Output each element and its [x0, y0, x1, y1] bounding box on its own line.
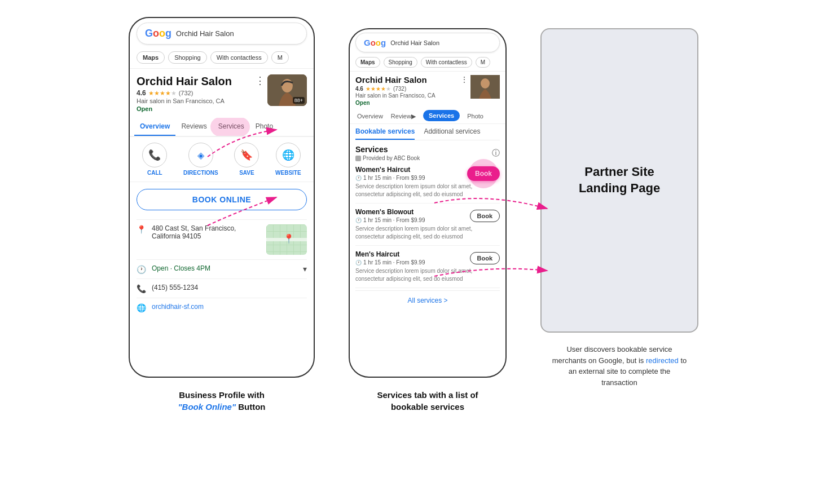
tab-services-1[interactable]: Services [213, 118, 250, 136]
redirected-text: redirected [646, 356, 679, 365]
website-row: 🌐 orchidhair-sf.com [137, 298, 307, 317]
business-photo-2 [470, 75, 500, 99]
book-button-womens-blowout[interactable]: Book [470, 210, 500, 222]
directions-icon: ◈ [188, 143, 213, 167]
nav-tabs-1: Overview Reviews Services Photo [130, 118, 314, 136]
map-pin: 📍 [283, 233, 294, 244]
tab-photo-2[interactable]: Photo [463, 109, 487, 123]
chip-maps-2[interactable]: Maps [355, 57, 380, 68]
review-count-2: (732) [393, 86, 406, 92]
chip-contactless-1[interactable]: With contactless [210, 51, 268, 64]
phone-icon: 📞 [137, 284, 146, 293]
caption-3-text: User discovers bookable service merchant… [552, 344, 687, 388]
website-label: WEBSITE [275, 170, 301, 176]
rating-2: 4.6 [355, 86, 363, 92]
partner-site-box: Partner SiteLanding Page [540, 28, 698, 333]
service-duration-1: 🕐 1 hr 15 min · From $9.99 [355, 175, 467, 181]
caption-1-highlight: "Book Online" [178, 402, 236, 412]
caption-1-main: Business Profile with "Book Online" Butt… [178, 389, 265, 413]
chip-shopping-1[interactable]: Shopping [168, 51, 207, 64]
business-name-1: Orchid Hair Salon [137, 74, 253, 88]
all-services-link[interactable]: All services > [355, 290, 500, 310]
service-desc-2: Service description lorem ipsum dolor si… [355, 225, 500, 241]
website-text: orchidhair-sf.com [152, 303, 307, 311]
services-title-row: Services Provided by ABC Book ⓘ [355, 145, 500, 161]
service-item-mens-haircut: Men's Haircut 🕐 1 hr 15 min · From $9.99… [355, 246, 500, 288]
caption-1: Business Profile with "Book Online" Butt… [178, 389, 265, 413]
save-button[interactable]: 🔖 SAVE [234, 143, 259, 176]
book-button-mens-haircut[interactable]: Book [470, 252, 500, 264]
search-text-1: Orchid Hair Salon [176, 29, 234, 38]
business-type-1: Hair salon in San Francisco, CA [137, 98, 253, 104]
search-bar-1[interactable]: Goog Orchid Hair Salon [137, 23, 307, 45]
address-row: 📍 480 Cast St, San Francisco, California… [137, 219, 307, 259]
service-duration-2: 🕐 1 hr 15 min · From $9.99 [355, 217, 470, 223]
phone-text: (415) 555-1234 [152, 284, 307, 291]
three-dots-2[interactable]: ⋮ [460, 75, 468, 84]
three-dots-1[interactable]: ⋮ [255, 74, 265, 87]
save-label: SAVE [239, 170, 254, 176]
stars-2: ★★★★★ [366, 86, 391, 92]
stars-1: ★★★★★ [148, 90, 177, 97]
info-circle-icon[interactable]: ⓘ [492, 148, 500, 158]
svg-point-3 [481, 78, 490, 89]
map-thumbnail: 📍 [266, 224, 307, 255]
chip-shopping-2[interactable]: Shopping [384, 57, 417, 68]
services-provider: Provided by ABC Book [355, 155, 420, 161]
website-icon: 🌐 [276, 143, 301, 167]
services-title: Services [355, 145, 420, 154]
tab-overview-2[interactable]: Overview [353, 109, 387, 123]
clock-icon: 🕐 [137, 265, 146, 274]
expand-hours-icon: ▾ [303, 264, 307, 273]
call-button[interactable]: 📞 CALL [142, 143, 167, 176]
business-card-2: Orchid Hair Salon 4.6 ★★★★★ (732) Hair s… [350, 71, 505, 109]
tab-photo-1[interactable]: Photo [250, 118, 279, 136]
call-icon: 📞 [142, 143, 167, 167]
info-section-1: 📍 480 Cast St, San Francisco, California… [130, 217, 314, 319]
bookable-services-tab[interactable]: Bookable services [355, 127, 415, 140]
phone-mockup-1: Goog Orchid Hair Salon Maps Shopping Wit… [129, 17, 315, 378]
provider-icon [355, 156, 361, 161]
business-photo-1: 88+ [267, 74, 307, 106]
book-online-button[interactable]: BOOK ONLINE [137, 189, 307, 210]
open-status-1: Open [137, 105, 253, 112]
review-count-1: (732) [179, 90, 193, 96]
business-type-2: Hair salon in San Francisco, CA [355, 92, 458, 99]
directions-button[interactable]: ◈ DIRECTIONS [183, 143, 218, 176]
caption-3: User discovers bookable service merchant… [552, 344, 687, 388]
chip-maps-1[interactable]: Maps [137, 51, 165, 64]
caption-2-main: Services tab with a list of bookable ser… [377, 389, 478, 413]
search-bar-2[interactable]: Goog Orchid Hair Salon [355, 33, 500, 52]
service-name-2: Women's Blowout [355, 208, 470, 216]
tab-services-2[interactable]: Services [420, 109, 463, 123]
service-item-womens-haircut: Women's Haircut 🕐 1 hr 15 min · From $9.… [355, 161, 500, 204]
tab-reviews-1[interactable]: Reviews [175, 118, 212, 136]
phone-mockup-2: Goog Orchid Hair Salon Maps Shopping Wit… [349, 28, 507, 378]
chip-more-1[interactable]: M [271, 51, 289, 64]
save-icon: 🔖 [234, 143, 259, 167]
location-icon: 📍 [137, 225, 146, 234]
filter-chips-2: Maps Shopping With contactless M [350, 56, 505, 71]
directions-label: DIRECTIONS [183, 170, 218, 176]
service-desc-3: Service description lorem ipsum dolor si… [355, 267, 500, 283]
hours-row[interactable]: 🕐 Open · Closes 4PM ▾ [137, 259, 307, 278]
tab-overview-1[interactable]: Overview [134, 118, 175, 136]
chip-contactless-2[interactable]: With contactless [421, 57, 472, 68]
globe-icon: 🌐 [137, 303, 146, 312]
partner-site-column: Partner SiteLanding Page User discovers … [540, 11, 698, 388]
tab-reviews-2[interactable]: Review▶ [387, 109, 420, 123]
service-name-1: Women's Haircut [355, 166, 467, 174]
business-name-2: Orchid Hair Salon [355, 75, 458, 85]
chip-more-2[interactable]: M [476, 57, 490, 68]
service-name-3: Men's Haircut [355, 250, 470, 258]
caption-2: Services tab with a list of bookable ser… [377, 389, 478, 413]
service-duration-3: 🕐 1 hr 15 min · From $9.99 [355, 259, 470, 266]
partner-site-title: Partner SiteLanding Page [579, 164, 660, 196]
search-text-2: Orchid Hair Salon [390, 39, 439, 46]
google-logo-1: Goog [145, 28, 171, 39]
call-label: CALL [147, 170, 162, 176]
additional-services-tab[interactable]: Additional services [424, 127, 480, 140]
nav-tabs-2: Overview Review▶ Services Photo [350, 109, 505, 124]
website-button[interactable]: 🌐 WEBSITE [275, 143, 301, 176]
services-section: Bookable services Additional services Se… [350, 124, 505, 311]
